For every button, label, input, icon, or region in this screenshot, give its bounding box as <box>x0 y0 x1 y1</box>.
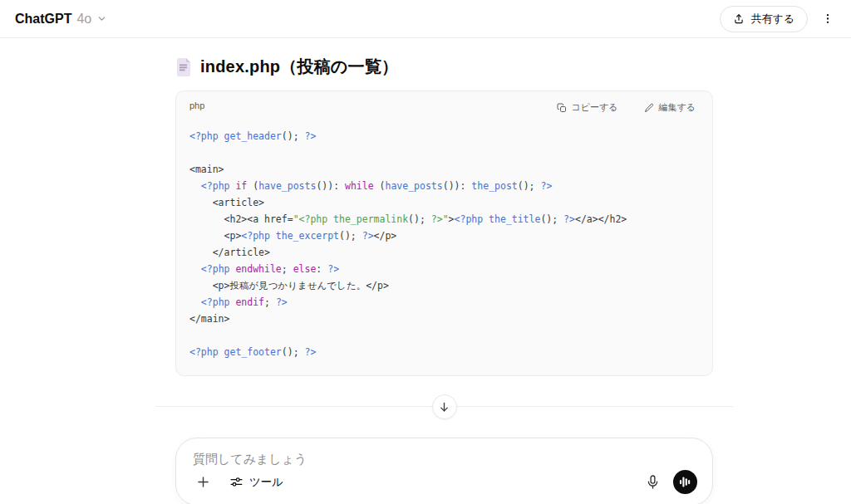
voice-waveform-icon <box>679 476 691 488</box>
voice-mode-button[interactable] <box>673 470 697 494</box>
message-input[interactable]: 質問してみましょう <box>193 452 697 467</box>
edit-button-label: 編集する <box>658 101 696 114</box>
code-content: <?php get_header(); ?> <main> <?php if (… <box>176 115 712 375</box>
code-line: <p><?php the_excerpt(); ?></p> <box>189 228 699 244</box>
code-line: <?php endwhile; else: ?> <box>189 261 699 277</box>
model-switcher[interactable]: ChatGPT 4o <box>15 12 107 27</box>
composer: 質問してみましょう ツール <box>175 438 713 504</box>
chevron-down-icon <box>96 13 107 24</box>
message-heading: index.php（投稿の一覧） <box>175 56 713 78</box>
brand-name: ChatGPT <box>15 12 71 27</box>
message-title: index.php（投稿の一覧） <box>200 56 398 78</box>
code-block-header: php コピーする 編集する <box>176 91 712 115</box>
sliders-icon <box>229 475 243 489</box>
edit-code-button[interactable]: 編集する <box>639 100 701 115</box>
code-line: <h2><a href="<?php the_permalink(); ?>">… <box>189 211 699 228</box>
copy-code-button[interactable]: コピーする <box>552 100 622 115</box>
code-line: <p>投稿が見つかりませんでした。</p> <box>189 277 699 294</box>
tools-button[interactable]: ツール <box>224 474 288 491</box>
code-line: <?php if (have_posts()): while (have_pos… <box>189 178 699 194</box>
code-line <box>189 327 699 344</box>
scroll-to-bottom-button[interactable] <box>432 394 457 419</box>
microphone-icon <box>645 474 661 490</box>
pencil-icon <box>644 103 654 113</box>
copy-button-label: コピーする <box>571 101 617 114</box>
options-menu-button[interactable] <box>816 7 839 31</box>
code-language-label: php <box>189 100 204 110</box>
arrow-down-icon <box>438 401 450 413</box>
attach-button[interactable] <box>193 472 213 492</box>
code-line <box>189 144 699 161</box>
kebab-menu-icon <box>821 12 834 26</box>
code-line: <main> <box>189 161 699 178</box>
code-line: <?php get_footer(); ?> <box>189 344 699 360</box>
share-button-label: 共有する <box>750 12 794 27</box>
code-line: <article> <box>189 194 699 211</box>
tools-button-label: ツール <box>249 475 283 490</box>
code-line: <?php get_header(); ?> <box>189 128 699 144</box>
model-name: 4o <box>76 12 91 27</box>
plus-icon <box>195 474 211 490</box>
code-block: php コピーする 編集する <?php get_header(); ?> <m… <box>175 91 713 376</box>
share-upload-icon <box>733 13 745 25</box>
scroll-row <box>175 394 713 419</box>
code-line: <?php endif; ?> <box>189 294 699 311</box>
conversation-area: index.php（投稿の一覧） php コピーする 編集する <?php ge… <box>175 38 713 504</box>
copy-icon <box>557 103 567 113</box>
dictate-button[interactable] <box>642 472 663 493</box>
top-bar: ChatGPT 4o 共有する <box>0 0 851 38</box>
share-button[interactable]: 共有する <box>720 6 808 32</box>
code-line: </main> <box>189 311 699 327</box>
code-line: </article> <box>189 244 699 261</box>
document-icon <box>175 57 192 77</box>
